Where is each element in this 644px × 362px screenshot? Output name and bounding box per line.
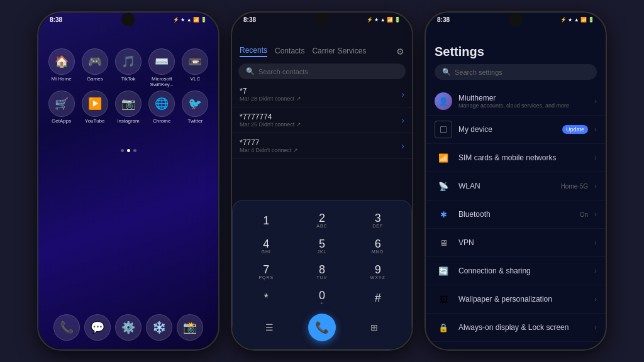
app-mi-home[interactable]: 🏠 Mi Home: [46, 48, 77, 88]
dock-phone[interactable]: 📞: [53, 314, 80, 341]
search-icon: 🔍: [246, 67, 255, 75]
youtube-icon: ▶️: [82, 90, 108, 117]
app-chrome[interactable]: 🌐 Chrome: [147, 90, 177, 124]
home-screen: 8:38 ⚡ ★ ▲ 📶 🔋 🏠 Mi Home 🎮 Games 🎵 TikTo…: [38, 13, 218, 349]
dock-app4[interactable]: ❄️: [146, 314, 172, 341]
getapps-icon: 🛒: [48, 90, 75, 117]
sim-text: SIM cards & mobile networks: [458, 153, 588, 162]
chrome-icon: 🌐: [148, 90, 175, 117]
dialer-search-bar[interactable]: 🔍 Search contacts: [238, 63, 406, 79]
settings-search-bar[interactable]: 🔍 Search settings: [435, 64, 597, 80]
settings-item-wlan[interactable]: 📡 WLAN Home-5G ›: [426, 172, 606, 200]
dock: 📞 💬 ⚙️ ❄️ 📸: [38, 314, 218, 341]
settings-item-display[interactable]: ☀️ Display ›: [426, 342, 606, 349]
recent-item-2[interactable]: *7777774 Mar 25 Didn't connect ↗ ›: [232, 107, 412, 133]
games-icon: 🎮: [82, 48, 108, 75]
arrow-icon-6: ›: [594, 266, 597, 275]
recent-item-3[interactable]: *7777 Mar 4 Didn't connect ↗ ›: [232, 133, 412, 159]
dial-3[interactable]: 3DEF: [350, 208, 405, 233]
tab-contacts[interactable]: Contacts: [275, 47, 304, 57]
vpn-label: VPN: [458, 238, 588, 247]
dock-settings[interactable]: ⚙️: [115, 314, 142, 341]
settings-search-placeholder: Search settings: [455, 69, 502, 76]
recent-number-2: *7777774: [240, 112, 401, 121]
wallpaper-icon: 🖼: [435, 290, 452, 308]
dialer-settings-icon[interactable]: ⚙: [396, 47, 404, 57]
wlan-label: WLAN: [458, 182, 555, 190]
dial-grid: 1 2ABC 3DEF 4GHI 5JKL 6MNO 7PQRS 8TUV 9W…: [239, 208, 405, 310]
vlc-icon: 📼: [182, 48, 208, 75]
voicemail-button[interactable]: ☰: [260, 317, 280, 337]
dial-4[interactable]: 4GHI: [239, 234, 294, 258]
phone-home: 8:38 ⚡ ★ ▲ 📶 🔋 🏠 Mi Home 🎮 Games 🎵 TikTo…: [37, 11, 219, 351]
status-icons-1: ⚡ ★ ▲ 📶 🔋: [173, 17, 207, 23]
dial-5[interactable]: 5JKL: [295, 234, 350, 258]
status-icons-3: ⚡ ★ ▲ 📶 🔋: [560, 17, 594, 23]
dock-chat[interactable]: 💬: [84, 314, 111, 341]
notch-3: [509, 13, 523, 26]
mydevice-text: My device: [458, 125, 556, 134]
app-youtube[interactable]: ▶️ YouTube: [79, 90, 110, 124]
call-button[interactable]: 📞: [308, 314, 336, 341]
twitter-icon: 🐦: [182, 90, 208, 117]
update-badge: Update: [562, 125, 588, 134]
tab-carrier[interactable]: Carrier Services: [312, 47, 366, 57]
settings-item-miuithemer[interactable]: 👤 Miuithemer Manage accounts, cloud serv…: [426, 87, 606, 116]
settings-item-sim[interactable]: 📶 SIM cards & mobile networks ›: [426, 144, 606, 172]
dial-7[interactable]: 7PQRS: [239, 260, 294, 284]
settings-item-wallpaper[interactable]: 🖼 Wallpaper & personalization ›: [426, 285, 606, 314]
dial-6[interactable]: 6MNO: [350, 234, 405, 258]
mi-home-icon: 🏠: [48, 48, 75, 75]
wallpaper-text: Wallpaper & personalization: [458, 295, 588, 304]
arrow-icon-8: ›: [594, 323, 597, 332]
dial-1[interactable]: 1: [239, 208, 294, 233]
settings-item-vpn[interactable]: 🖥 VPN ›: [426, 229, 606, 257]
twitter-label: Twitter: [188, 119, 203, 124]
search-icon-settings: 🔍: [442, 68, 451, 76]
app-tiktok[interactable]: 🎵 TikTok: [113, 48, 143, 88]
app-twitter[interactable]: 🐦 Twitter: [180, 90, 211, 124]
dial-8[interactable]: 8TUV: [295, 260, 350, 284]
home-app-grid: 🏠 Mi Home 🎮 Games 🎵 TikTok ⌨️ Microsoft …: [38, 25, 218, 130]
app-instagram[interactable]: 📷 Instagram: [113, 90, 143, 124]
instagram-icon: 📷: [115, 90, 142, 117]
dial-0[interactable]: 0+: [295, 285, 350, 310]
recent-item-1[interactable]: *7 Mar 28 Didn't connect ↗ ›: [232, 82, 412, 107]
time-2: 8:38: [243, 16, 256, 23]
tiktok-icon: 🎵: [115, 48, 142, 75]
mydevice-icon: □: [435, 121, 452, 138]
miuithemer-avatar: 👤: [435, 92, 452, 110]
dot-1: [121, 149, 124, 152]
notch: [121, 13, 135, 26]
settings-item-aod[interactable]: 🔒 Always-on display & Lock screen ›: [426, 314, 606, 342]
vpn-text: VPN: [458, 238, 588, 247]
search-placeholder: Search contacts: [258, 68, 308, 75]
wallpaper-label: Wallpaper & personalization: [458, 295, 588, 304]
wlan-value: Home-5G: [561, 183, 588, 190]
app-vlc[interactable]: 📼 VLC: [180, 48, 211, 88]
dialpad-toggle-button[interactable]: ⊞: [364, 317, 384, 337]
dock-camera[interactable]: 📸: [177, 314, 203, 341]
app-games[interactable]: 🎮 Games: [79, 48, 110, 88]
chrome-label: Chrome: [153, 119, 170, 124]
dial-hash[interactable]: #: [350, 285, 405, 310]
tab-recents[interactable]: Recents: [240, 46, 267, 57]
settings-header: Settings 🔍 Search settings: [426, 25, 606, 87]
dial-2[interactable]: 2ABC: [295, 208, 350, 233]
bluetooth-text: Bluetooth: [458, 210, 574, 219]
sim-icon: 📶: [435, 149, 452, 167]
arrow-icon-1: ›: [594, 125, 597, 134]
settings-item-mydevice[interactable]: □ My device Update ›: [426, 116, 606, 144]
settings-item-bluetooth[interactable]: ✱ Bluetooth On ›: [426, 200, 606, 229]
recent-number-1: *7: [240, 87, 401, 96]
dial-pad: 1 2ABC 3DEF 4GHI 5JKL 6MNO 7PQRS 8TUV 9W…: [232, 200, 412, 349]
app-getapps[interactable]: 🛒 GetApps: [46, 90, 77, 124]
dial-actions: ☰ 📞 ⊞: [239, 310, 405, 344]
swiftkey-label: Microsoft SwiftKey...: [147, 77, 177, 88]
dial-9[interactable]: 9WXYZ: [350, 260, 405, 284]
connection-icon: 🔄: [435, 262, 452, 280]
phone-settings: 8:38 ⚡ ★ ▲ 📶 🔋 Settings 🔍 Search setting…: [425, 11, 607, 351]
dial-star[interactable]: *: [239, 285, 294, 310]
app-swift-key[interactable]: ⌨️ Microsoft SwiftKey...: [147, 48, 177, 88]
settings-item-connection[interactable]: 🔄 Connection & sharing ›: [426, 257, 606, 285]
